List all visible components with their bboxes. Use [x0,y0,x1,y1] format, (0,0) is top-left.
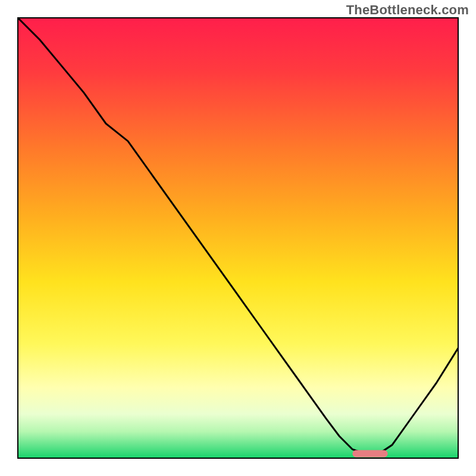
chart-container: TheBottleneck.com [0,0,476,476]
bottleneck-chart [0,0,476,476]
gradient-background [18,18,458,458]
optimum-marker [352,450,387,458]
